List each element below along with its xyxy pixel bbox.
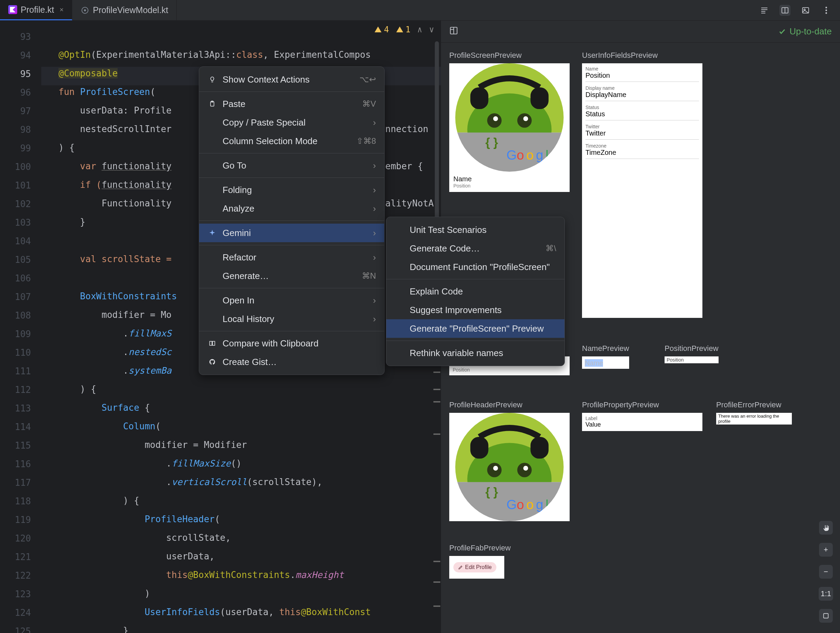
line-number: 104 [0,236,41,246]
zoom-in-icon[interactable]: + [819,543,833,557]
preview-layout-icon[interactable] [449,26,458,37]
menu-item[interactable]: Refactor› [199,248,384,267]
gemini-submenu: Unit Test ScenariosGenerate Code…⌘\Docum… [386,217,565,366]
line-number: 100 [0,162,41,172]
line-number: 116 [0,459,41,469]
line-number: 108 [0,310,41,320]
menu-item[interactable]: Create Gist… [199,353,384,371]
preview-card-userinfo[interactable]: NamePositionDisplay nameDisplayNameStatu… [582,63,703,318]
menu-item[interactable]: Gemini› [199,224,384,242]
menu-item[interactable]: Analyze› [199,199,384,218]
line-number: 112 [0,385,41,395]
preview-card-profilescreen[interactable]: { } Google Name Position [449,63,570,192]
file-tab-viewmodel[interactable]: ProfileViewModel.kt [72,0,177,20]
line-number: 125 [0,626,41,633]
svg-text:l: l [546,148,549,163]
zoom-out-icon[interactable]: − [819,565,833,579]
preview-title: ProfileErrorPreview [716,401,792,409]
preview-title: ProfileHeaderPreview [449,401,570,409]
svg-text:o: o [526,148,534,163]
tab-label: ProfileViewModel.kt [93,5,168,15]
next-problem-icon[interactable]: ∨ [429,25,434,35]
svg-rect-47 [213,341,215,346]
line-number: 109 [0,329,41,339]
preview-card-header[interactable]: { } Google [449,413,570,521]
menu-item[interactable]: Unit Test Scenarios [386,221,564,239]
preview-card-position[interactable]: Position [665,357,718,363]
line-number: 113 [0,403,41,414]
svg-point-14 [493,116,498,121]
svg-rect-33 [470,437,488,459]
pan-tool-icon[interactable] [819,521,833,535]
fit-screen-icon[interactable] [819,609,833,623]
menu-item[interactable]: Local History› [199,309,384,328]
line-number: 120 [0,533,41,543]
tab-close-icon[interactable]: × [60,6,64,14]
file-tab-profile[interactable]: Profile.kt × [0,0,72,20]
menu-item[interactable]: Compare with Clipboard [199,334,384,353]
context-menu: Show Context Actions⌥↩Paste⌘VCopy / Past… [199,66,385,375]
menu-item[interactable]: Explain Code [386,282,564,301]
svg-rect-46 [210,341,212,346]
reader-mode-icon[interactable] [759,5,770,16]
editor-scrollbar[interactable] [435,41,439,234]
line-number: 107 [0,292,41,302]
line-number: 103 [0,218,41,228]
prev-problem-icon[interactable]: ∧ [417,25,422,35]
menu-item[interactable]: Column Selection Mode⇧⌘8 [199,132,384,150]
svg-rect-17 [531,87,549,109]
preview-card-error[interactable]: There was an error loading the profile [716,413,792,425]
menu-item[interactable]: Rethink variable names [386,344,564,362]
menu-item[interactable]: Generate Code…⌘\ [386,239,564,258]
viewmodel-icon [81,6,90,15]
preview-card-name[interactable]: Name [582,357,629,369]
line-number: 98 [0,125,41,135]
line-number: 97 [0,106,41,116]
android-avatar-icon: { } Google [449,63,570,172]
menu-item[interactable]: Open In› [199,291,384,309]
preview-title: ProfileFabPreview [449,543,504,552]
svg-point-31 [493,466,498,470]
line-number: 119 [0,515,41,525]
menu-item[interactable]: Folding› [199,181,384,199]
line-number: 123 [0,589,41,599]
menu-item[interactable]: Paste⌘V [199,95,384,113]
svg-text:o: o [517,497,524,512]
menu-item[interactable]: Document Function "ProfileScreen" [386,258,564,276]
menu-item[interactable]: Suggest Improvements [386,301,564,319]
svg-text:G: G [506,497,517,512]
preview-title: PositionPreview [665,344,718,353]
svg-text:l: l [546,497,549,512]
svg-point-5 [826,6,827,8]
preview-title: ProfilePropertyPreview [582,401,703,409]
line-number: 115 [0,440,41,451]
line-number: 101 [0,180,41,191]
code-area[interactable]: @OptIn(ExperimentalMaterial3Api::class, … [58,21,91,307]
menu-item[interactable]: Generate "ProfileScreen" Preview [386,319,564,338]
svg-rect-34 [531,437,549,459]
preview-title: NamePreview [582,344,629,353]
line-number: 118 [0,496,41,507]
line-number: 106 [0,273,41,284]
menu-item[interactable]: Copy / Paste Special› [199,113,384,132]
kotlin-icon [8,5,17,14]
menu-item[interactable]: Generate…⌘N [199,267,384,285]
image-preview-icon[interactable] [800,5,811,16]
line-number: 110 [0,347,41,358]
svg-text:G: G [506,148,517,163]
more-icon[interactable] [821,5,832,16]
svg-text:e: e [552,497,559,512]
menu-item[interactable]: Show Context Actions⌥↩ [199,70,384,89]
android-avatar-icon: { } Google [449,413,570,521]
split-view-icon[interactable] [780,5,791,16]
preview-card-property[interactable]: Label Value [582,413,703,431]
preview-card-fab[interactable]: Edit Profile [449,556,504,579]
svg-point-15 [523,116,528,121]
preview-status: Up-to-date [778,26,832,37]
zoom-reset[interactable]: 1:1 [819,587,833,601]
svg-rect-16 [470,87,488,109]
menu-item[interactable]: Go To› [199,156,384,175]
line-number: 105 [0,254,41,265]
svg-point-32 [523,466,528,470]
svg-text:g: g [536,497,543,512]
